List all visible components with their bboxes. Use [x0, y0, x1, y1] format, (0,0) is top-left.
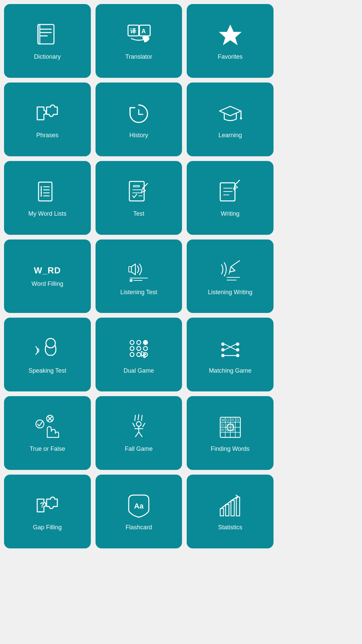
svg-point-61 [221, 348, 225, 352]
svg-point-15 [240, 117, 242, 119]
wordfilling-icon: W_RD [34, 265, 61, 276]
svg-text:R: R [221, 428, 224, 432]
tile-my-word-lists[interactable]: My Word Lists [4, 161, 91, 235]
listeningwriting-label: Listening Writing [208, 289, 252, 296]
svg-marker-32 [141, 188, 145, 192]
listeningtest-icon [125, 257, 152, 284]
findingwords-icon: W O R D D O D R O W [217, 414, 244, 441]
svg-point-58 [137, 353, 141, 357]
learning-icon [217, 100, 244, 127]
svg-text:?: ? [40, 501, 44, 509]
tile-test[interactable]: Test [96, 161, 182, 235]
history-label: History [129, 132, 148, 139]
matchinggame-icon [217, 336, 244, 363]
fallgame-icon [125, 414, 152, 441]
svg-marker-13 [220, 106, 241, 116]
svg-line-39 [234, 189, 234, 190]
svg-rect-16 [39, 182, 52, 201]
svg-line-74 [138, 415, 139, 420]
translator-label: Translator [125, 53, 152, 61]
svg-point-25 [41, 195, 42, 197]
dictionary-label: Dictionary [34, 53, 61, 61]
tile-matching-game[interactable]: Matching Game [187, 318, 274, 391]
statistics-icon [217, 492, 244, 519]
learning-label: Learning [219, 132, 242, 139]
svg-point-50 [46, 338, 55, 348]
svg-rect-106 [236, 497, 240, 516]
svg-point-53 [143, 340, 147, 344]
tile-true-or-false[interactable]: True or False [4, 396, 91, 470]
svg-point-22 [41, 186, 42, 187]
fallgame-label: Fall Game [125, 445, 153, 453]
tile-writing[interactable]: Writing [187, 161, 274, 235]
tile-finding-words[interactable]: W O R D D O D R O W Finding Words [187, 396, 274, 470]
translator-icon: 译 A [125, 22, 152, 49]
tile-fall-game[interactable]: Fall Game [96, 396, 182, 470]
svg-line-31 [143, 183, 147, 188]
phrases-icon [34, 100, 61, 127]
svg-text:Aa: Aa [134, 502, 144, 510]
findingwords-label: Finding Words [211, 445, 250, 453]
svg-point-60 [221, 342, 225, 346]
svg-text:D: D [221, 423, 224, 427]
svg-text:D: D [236, 418, 239, 422]
tile-dictionary[interactable]: Dictionary [4, 4, 91, 78]
svg-point-64 [236, 348, 239, 352]
svg-marker-38 [234, 185, 238, 189]
tile-dual-game[interactable]: Dual Game [96, 318, 182, 391]
svg-text:W: W [221, 418, 225, 422]
tile-statistics[interactable]: Statistics [187, 475, 274, 548]
wordlists-icon [34, 179, 61, 206]
tile-word-filling[interactable]: W_RD Word Filling [4, 239, 91, 313]
svg-point-57 [130, 353, 134, 357]
svg-point-52 [137, 340, 141, 344]
svg-line-73 [135, 415, 135, 421]
trueorfalse-icon [34, 414, 61, 441]
gapfilling-icon: ? [34, 492, 61, 519]
svg-point-76 [136, 422, 141, 426]
wordlists-label: My Word Lists [28, 210, 66, 218]
flashcard-icon: Aa [125, 492, 152, 519]
svg-point-56 [143, 346, 147, 351]
svg-line-75 [141, 415, 142, 421]
tile-listening-test[interactable]: Listening Test [96, 239, 182, 313]
phrases-label: Phrases [36, 132, 58, 139]
svg-rect-27 [133, 185, 139, 187]
favorites-label: Favorites [218, 53, 243, 61]
svg-line-80 [139, 432, 142, 437]
svg-text:A: A [141, 28, 146, 35]
tile-phrases[interactable]: Phrases [4, 83, 91, 156]
dictionary-icon [34, 22, 61, 49]
tile-speaking-test[interactable]: Speaking Test [4, 318, 91, 391]
tile-gap-filling[interactable]: ? Gap Filling [4, 475, 91, 548]
history-icon [125, 100, 152, 127]
tile-listening-writing[interactable]: Listening Writing [187, 239, 274, 313]
svg-text:R: R [231, 418, 234, 422]
listeningtest-label: Listening Test [120, 289, 157, 296]
tile-history[interactable]: History [96, 83, 182, 156]
writing-label: Writing [221, 210, 240, 218]
matchinggame-label: Matching Game [209, 367, 251, 375]
svg-line-37 [235, 180, 240, 185]
writing-icon [217, 179, 244, 206]
favorites-icon [217, 22, 244, 49]
svg-point-55 [137, 346, 141, 351]
tile-learning[interactable]: Learning [187, 83, 274, 156]
dualgame-icon [125, 336, 152, 363]
svg-text:译: 译 [130, 28, 136, 35]
svg-point-63 [236, 342, 239, 346]
svg-line-47 [229, 272, 230, 274]
tile-flashcard[interactable]: Aa Flashcard [96, 475, 182, 548]
svg-line-82 [143, 423, 145, 427]
svg-marker-40 [131, 264, 135, 275]
svg-rect-104 [226, 504, 229, 516]
test-label: Test [133, 210, 144, 218]
tile-favorites[interactable]: Favorites [187, 4, 274, 78]
speakingtest-icon [34, 336, 61, 363]
speakingtest-label: Speaking Test [28, 367, 66, 375]
svg-rect-103 [220, 508, 224, 516]
svg-point-65 [236, 354, 239, 357]
svg-marker-10 [219, 24, 242, 45]
tile-translator[interactable]: 译 A Translator [96, 4, 182, 78]
svg-point-62 [221, 354, 225, 357]
